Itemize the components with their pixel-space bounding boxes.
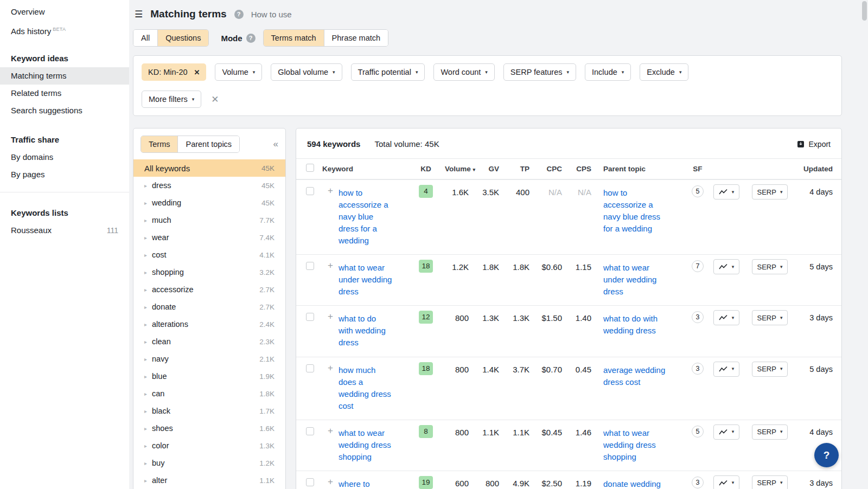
serp-button[interactable]: SERP▾ <box>752 424 788 440</box>
column-header-kd[interactable]: KD <box>414 159 437 179</box>
term-item[interactable]: ▸wedding45K <box>133 194 285 211</box>
filter-word-count[interactable]: Word count ▾ <box>433 63 494 81</box>
serp-button[interactable]: SERP▾ <box>752 475 788 489</box>
column-header-keyword[interactable]: Keyword <box>322 159 414 179</box>
term-item[interactable]: ▸much7.7K <box>133 211 285 229</box>
add-to-list-icon[interactable]: + <box>322 420 339 436</box>
parent-topic-link[interactable]: average wedding dress cost <box>603 364 665 388</box>
filter-traffic-potential[interactable]: Traffic potential ▾ <box>351 63 425 81</box>
clear-filters-icon[interactable]: ✕ <box>211 94 219 105</box>
term-item[interactable]: ▸can1.8K <box>133 385 285 402</box>
term-item[interactable]: ▸black1.7K <box>133 402 285 420</box>
support-button[interactable]: ? <box>814 443 839 467</box>
term-item[interactable]: ▸clean2.3K <box>133 333 285 350</box>
sidebar-item-by-domains[interactable]: By domains <box>0 149 129 166</box>
add-to-list-icon[interactable]: + <box>322 471 339 487</box>
filter-global-volume[interactable]: Global volume ▾ <box>271 63 342 81</box>
kd-filter-chip[interactable]: KD: Min-20 ✕ <box>142 63 206 81</box>
sidebar-item-search-suggestions[interactable]: Search suggestions <box>0 102 129 119</box>
add-to-list-icon[interactable]: + <box>322 180 339 196</box>
serp-button[interactable]: SERP▾ <box>752 184 788 200</box>
remove-kd-filter-icon[interactable]: ✕ <box>194 68 200 76</box>
trend-chart-button[interactable]: ▾ <box>713 310 740 325</box>
term-item[interactable]: ▸wear7.4K <box>133 229 285 246</box>
keyword-link[interactable]: what to wear under wedding dress <box>339 262 392 298</box>
tab-terms[interactable]: Terms <box>141 136 178 152</box>
trend-chart-button[interactable]: ▾ <box>713 184 740 200</box>
serp-button[interactable]: SERP▾ <box>752 362 788 377</box>
keyword-link[interactable]: how to accessorize a navy blue dress for… <box>339 187 388 247</box>
term-item[interactable]: ▸color1.3K <box>133 437 285 454</box>
filter-include[interactable]: Include ▾ <box>585 63 631 81</box>
add-to-list-icon[interactable]: + <box>322 306 339 322</box>
sidebar-item-related-terms[interactable]: Related terms <box>0 85 129 102</box>
trend-chart-button[interactable]: ▾ <box>713 259 740 274</box>
column-header-parent-topic[interactable]: Parent topic <box>599 159 687 179</box>
row-checkbox[interactable] <box>306 427 314 435</box>
parent-topic-link[interactable]: how to accessorize a navy blue dress for… <box>603 187 660 235</box>
serp-button[interactable]: SERP▾ <box>752 259 788 274</box>
keyword-link[interactable]: what to do with wedding dress <box>339 313 386 349</box>
term-item[interactable]: ▸alter1.1K <box>133 472 285 489</box>
term-item[interactable]: ▸alterations2.4K <box>133 316 285 333</box>
row-checkbox[interactable] <box>306 364 314 372</box>
tab-phrase-match[interactable]: Phrase match <box>324 30 388 46</box>
row-checkbox[interactable] <box>306 187 314 195</box>
collapse-panel-icon[interactable]: « <box>273 139 278 150</box>
term-item[interactable]: ▸buy1.2K <box>133 454 285 472</box>
term-item[interactable]: ▸donate2.7K <box>133 298 285 316</box>
parent-topic-link[interactable]: what to wear under wedding dress <box>603 262 656 298</box>
parent-topic-link[interactable]: what to do with wedding dress <box>603 313 658 337</box>
sidebar-item-overview[interactable]: Overview <box>0 3 129 21</box>
parent-topic-link[interactable]: what to wear wedding dress shopping <box>603 427 656 463</box>
tab-parent-topics[interactable]: Parent topics <box>178 136 239 152</box>
filter-volume[interactable]: Volume ▾ <box>215 63 262 81</box>
term-item[interactable]: ▸blue1.9K <box>133 368 285 385</box>
trend-chart-button[interactable]: ▾ <box>713 424 740 440</box>
term-item[interactable]: ▸dress45K <box>133 177 285 194</box>
help-icon[interactable]: ? <box>234 10 244 19</box>
column-header-volume[interactable]: Volume ▾ <box>437 159 476 179</box>
term-item[interactable]: ▸navy2.1K <box>133 350 285 368</box>
filter-serp-features[interactable]: SERP features ▾ <box>503 63 576 81</box>
column-header-updated[interactable]: Updated <box>795 159 841 179</box>
keyword-link[interactable]: what to wear wedding dress shopping <box>339 427 391 463</box>
how-to-use-link[interactable]: How to use <box>251 10 292 19</box>
table-header-row: Keyword KD Volume ▾ GV TP CPC CPS Parent… <box>296 158 841 179</box>
all-keywords-row[interactable]: All keywords 45K <box>133 159 285 177</box>
parent-topic-link[interactable]: donate wedding <box>603 478 661 489</box>
export-button[interactable]: Export <box>797 140 831 149</box>
trend-chart-button[interactable]: ▾ <box>713 475 740 489</box>
scrollbar-thumb[interactable] <box>862 1 867 21</box>
keyword-link[interactable]: how much does a wedding dress cost <box>339 364 391 412</box>
row-checkbox[interactable] <box>306 262 314 270</box>
sidebar-item-matching-terms[interactable]: Matching terms <box>0 67 129 85</box>
column-header-sf[interactable]: SF <box>687 159 709 179</box>
add-to-list-icon[interactable]: + <box>322 255 339 271</box>
sidebar-item-rousseaux[interactable]: Rousseaux 111 <box>0 222 129 239</box>
column-header-gv[interactable]: GV <box>476 159 507 179</box>
column-header-cps[interactable]: CPS <box>570 159 599 179</box>
mode-help-icon[interactable]: ? <box>246 34 256 43</box>
tab-all[interactable]: All <box>133 30 158 46</box>
tab-terms-match[interactable]: Terms match <box>264 30 324 46</box>
term-item[interactable]: ▸cost4.1K <box>133 246 285 263</box>
term-item[interactable]: ▸shoes1.6K <box>133 420 285 437</box>
row-checkbox[interactable] <box>306 478 314 486</box>
more-filters-button[interactable]: More filters ▾ <box>142 91 201 108</box>
tab-questions[interactable]: Questions <box>158 30 208 46</box>
select-all-checkbox[interactable] <box>306 164 314 172</box>
sidebar-item-by-pages[interactable]: By pages <box>0 166 129 183</box>
row-checkbox[interactable] <box>306 313 314 321</box>
column-header-tp[interactable]: TP <box>507 159 537 179</box>
trend-chart-button[interactable]: ▾ <box>713 362 740 377</box>
add-to-list-icon[interactable]: + <box>322 357 339 374</box>
term-item[interactable]: ▸shopping3.2K <box>133 263 285 281</box>
filter-exclude[interactable]: Exclude ▾ <box>640 63 688 81</box>
sidebar-item-ads-history[interactable]: Ads historyBETA <box>0 21 129 38</box>
keyword-link[interactable]: where to <box>339 478 370 489</box>
term-item[interactable]: ▸accessorize2.7K <box>133 281 285 298</box>
column-header-cpc[interactable]: CPC <box>537 159 570 179</box>
serp-button[interactable]: SERP▾ <box>752 310 788 325</box>
menu-icon[interactable]: ☰ <box>135 9 143 20</box>
